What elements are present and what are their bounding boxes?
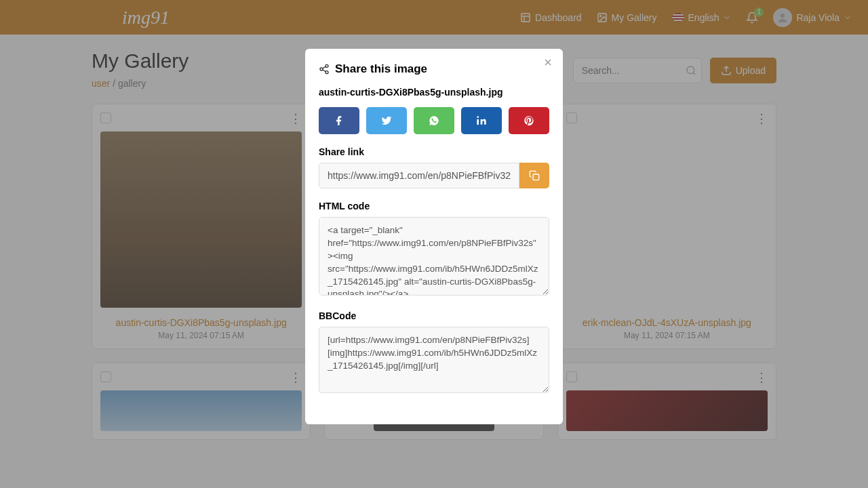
pinterest-icon xyxy=(524,115,534,126)
svg-rect-16 xyxy=(477,119,479,125)
share-whatsapp-button[interactable] xyxy=(414,107,454,134)
whatsapp-icon xyxy=(429,115,439,126)
html-code-label: HTML code xyxy=(319,201,549,211)
svg-point-11 xyxy=(326,64,328,67)
copy-link-button[interactable] xyxy=(519,163,549,188)
svg-line-14 xyxy=(323,70,326,72)
copy-icon xyxy=(529,170,540,181)
svg-rect-18 xyxy=(533,174,539,180)
svg-point-17 xyxy=(477,116,479,118)
bbcode-textarea[interactable] xyxy=(319,327,549,393)
share-link-input[interactable] xyxy=(319,163,519,188)
share-link-label: Share link xyxy=(319,146,549,157)
share-linkedin-button[interactable] xyxy=(461,107,502,134)
share-facebook-button[interactable] xyxy=(319,107,359,134)
svg-point-12 xyxy=(320,68,323,70)
close-button[interactable] xyxy=(542,57,553,68)
share-twitter-button[interactable] xyxy=(366,107,407,134)
share-icon xyxy=(319,64,330,75)
twitter-icon xyxy=(381,115,392,126)
modal-title: Share this image xyxy=(319,62,549,76)
svg-line-15 xyxy=(323,66,326,68)
modal-filename: austin-curtis-DGXi8Pbas5g-unsplash.jpg xyxy=(319,87,549,98)
close-icon xyxy=(542,57,553,68)
bbcode-label: BBCode xyxy=(319,310,549,321)
html-code-textarea[interactable] xyxy=(319,217,549,296)
facebook-icon xyxy=(334,115,344,126)
svg-point-13 xyxy=(326,71,328,74)
linkedin-icon xyxy=(476,115,487,126)
share-modal: Share this image austin-curtis-DGXi8Pbas… xyxy=(305,49,563,424)
share-pinterest-button[interactable] xyxy=(509,107,549,134)
